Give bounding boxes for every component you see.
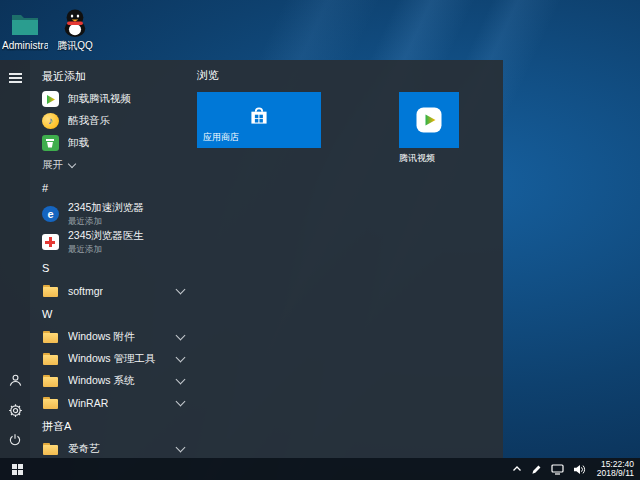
tile-app-store[interactable]: 应用商店 (197, 92, 321, 148)
power-button[interactable] (1, 426, 29, 454)
tile-group-header[interactable]: 浏览 (197, 68, 503, 86)
folder-icon (42, 283, 59, 300)
user-icon (8, 373, 23, 388)
chevron-down-icon (176, 375, 186, 385)
user-button[interactable] (1, 366, 29, 394)
volume-icon (573, 464, 586, 475)
tile-row: 应用商店 腾讯视频 (197, 92, 503, 165)
app-label: 爱奇艺 (68, 442, 100, 456)
folder-icon (42, 441, 59, 458)
qq-icon (61, 6, 89, 38)
app-label: Windows 管理工具 (68, 352, 156, 366)
desktop-icon-administrator[interactable]: Administra... (2, 6, 48, 51)
browser2345-icon (42, 206, 59, 222)
power-icon (8, 433, 22, 447)
store-icon (246, 103, 272, 129)
pen-icon (531, 464, 542, 475)
expand-button[interactable]: 展开 (30, 154, 196, 176)
app-row-text: 卸载 (68, 136, 89, 150)
app-label: softmgr (68, 285, 103, 297)
app-row-text: 2345加速浏览器最近添加 (68, 201, 144, 228)
tile-tencent-video[interactable]: 腾讯视频 (399, 92, 459, 165)
app-row-text: Windows 管理工具 (68, 352, 156, 366)
app-row-text: Windows 系统 (68, 374, 135, 388)
chevron-down-icon (176, 397, 186, 407)
app-row-text: 卸载腾讯视频 (68, 92, 131, 106)
app-label: 酷我音乐 (68, 114, 110, 128)
tv-icon (42, 91, 59, 107)
folder-icon (10, 6, 40, 38)
app-sublabel: 最近添加 (68, 244, 144, 256)
taskbar-clock[interactable]: 15:22:40 2018/9/11 (597, 460, 634, 479)
app-folder-row[interactable]: Windows 系统 (30, 370, 196, 392)
tile-label: 腾讯视频 (399, 152, 459, 165)
app-label: WinRAR (68, 397, 108, 409)
app-list-label: 最近添加 (30, 64, 196, 88)
chevron-down-icon (68, 159, 76, 167)
hidden-icons-button[interactable] (512, 465, 522, 473)
volume-tray-button[interactable] (573, 464, 586, 475)
app-row[interactable]: 2345浏览器医生最近添加 (30, 228, 196, 256)
settings-button[interactable] (1, 396, 29, 424)
app-letter-header[interactable]: W (30, 302, 196, 326)
tile-label: 应用商店 (203, 131, 239, 144)
start-button[interactable] (0, 458, 34, 480)
network-icon (551, 464, 564, 475)
app-row-text: 2345浏览器医生最近添加 (68, 229, 144, 256)
desktop-icon-qq[interactable]: 腾讯QQ (52, 6, 98, 51)
start-menu: 最近添加卸载腾讯视频酷我音乐卸载展开#2345加速浏览器最近添加2345浏览器医… (0, 60, 503, 458)
app-row[interactable]: 酷我音乐 (30, 110, 196, 132)
app-row-text: softmgr (68, 285, 103, 297)
app-sublabel: 最近添加 (68, 216, 144, 228)
network-tray-button[interactable] (551, 464, 564, 475)
clock-date: 2018/9/11 (597, 469, 634, 479)
app-label: 卸载腾讯视频 (68, 92, 131, 106)
desktop-icon-area: Administra... 腾讯QQ (2, 6, 98, 51)
windows-logo-icon (12, 464, 23, 475)
expand-label: 展开 (42, 158, 63, 172)
chevron-down-icon (176, 443, 186, 453)
chevron-down-icon (176, 331, 186, 341)
app-folder-row[interactable]: softmgr (30, 280, 196, 302)
app-label: Windows 系统 (68, 374, 135, 388)
pen-tray-button[interactable] (531, 464, 542, 475)
doctor2345-icon (42, 234, 59, 250)
system-tray: 15:22:40 2018/9/11 (512, 458, 640, 480)
tiles-pane: 浏览 应用商店 (196, 60, 503, 458)
uninstall-icon (42, 135, 59, 151)
app-row-text: WinRAR (68, 397, 108, 409)
chevron-down-icon (176, 285, 186, 295)
app-letter-header[interactable]: 拼音A (30, 414, 196, 438)
chevron-up-icon (512, 465, 522, 473)
desktop: Administra... 腾讯QQ (0, 0, 640, 480)
app-label: Windows 附件 (68, 330, 135, 344)
taskbar: 15:22:40 2018/9/11 (0, 458, 640, 480)
app-row[interactable]: 卸载 (30, 132, 196, 154)
app-label: 卸载 (68, 136, 89, 150)
start-menu-rail (0, 60, 30, 458)
app-list: 最近添加卸载腾讯视频酷我音乐卸载展开#2345加速浏览器最近添加2345浏览器医… (30, 60, 196, 458)
rail-bottom-group (1, 366, 29, 454)
chevron-down-icon (176, 353, 186, 363)
app-letter-header[interactable]: # (30, 176, 196, 200)
app-row-text: 酷我音乐 (68, 114, 110, 128)
app-row[interactable]: 2345加速浏览器最近添加 (30, 200, 196, 228)
desktop-icon-label: 腾讯QQ (57, 40, 93, 51)
app-label: 2345浏览器医生 (68, 229, 144, 243)
app-folder-row[interactable]: WinRAR (30, 392, 196, 414)
desktop-icon-label: Administra... (2, 40, 48, 51)
folder-icon (42, 395, 59, 412)
folder-icon (42, 329, 59, 346)
app-letter-header[interactable]: S (30, 256, 196, 280)
app-folder-row[interactable]: Windows 附件 (30, 326, 196, 348)
app-folder-row[interactable]: Windows 管理工具 (30, 348, 196, 370)
tencent-video-icon (415, 106, 443, 134)
app-row[interactable]: 卸载腾讯视频 (30, 88, 196, 110)
app-label: 2345加速浏览器 (68, 201, 144, 215)
hamburger-icon (9, 73, 22, 75)
app-folder-row[interactable]: 爱奇艺 (30, 438, 196, 458)
folder-icon (42, 373, 59, 390)
app-row-text: 爱奇艺 (68, 442, 100, 456)
menu-button[interactable] (1, 64, 29, 92)
gear-icon (8, 403, 23, 418)
